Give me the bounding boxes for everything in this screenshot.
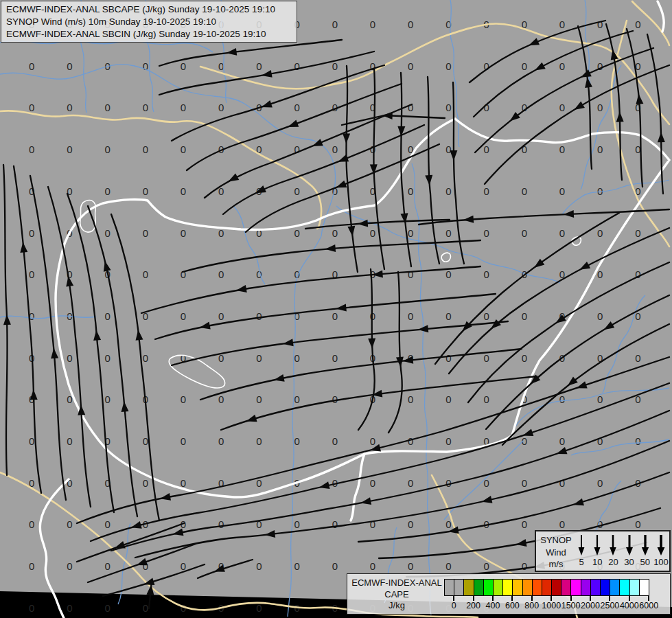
field-value-label: 0: [522, 477, 527, 489]
field-value-label: 0: [181, 60, 186, 72]
field-value-label: 0: [256, 393, 262, 405]
field-value-label: 0: [294, 60, 299, 72]
down-arrow-icon: [576, 533, 587, 556]
field-value-label: 0: [522, 352, 527, 364]
wind-speed-label: 10: [589, 557, 605, 567]
field-value-label: 0: [104, 185, 110, 197]
cape-swatch: [474, 579, 484, 596]
wind-speed-label: 5: [573, 557, 590, 567]
field-value-label: 0: [29, 227, 34, 239]
field-value-label: 0: [181, 310, 186, 322]
field-value-label: 0: [332, 560, 338, 572]
field-value-label: 0: [445, 310, 451, 322]
field-value-label: 0: [522, 560, 527, 572]
field-value-label: 0: [408, 185, 413, 197]
field-value-label: 0: [218, 435, 224, 447]
title-line-sbcape: ECMWF-INDEX-ANAL SBCAPE (J/kg) Sunday 19…: [6, 3, 292, 16]
field-value-label: 0: [104, 144, 110, 155]
field-value-label: 0: [408, 393, 413, 405]
field-value-label: 0: [67, 144, 72, 155]
field-value-label: 0: [370, 435, 375, 447]
field-value-label: 0: [522, 185, 527, 197]
cape-swatch: [463, 579, 474, 596]
cape-swatch: [512, 579, 522, 596]
field-value-label: 0: [294, 227, 299, 239]
field-value-label: 0: [559, 19, 565, 30]
field-value-label: 0: [559, 60, 565, 72]
field-value-label: 0: [370, 19, 375, 30]
field-value-label: 0: [559, 102, 565, 113]
field-value-label: 0: [445, 102, 451, 113]
field-value-label: 0: [181, 560, 186, 572]
field-value-label: 0: [104, 602, 110, 614]
field-value-label: 0: [597, 185, 603, 197]
field-value-label: 0: [597, 268, 603, 280]
field-value-label: 0: [445, 435, 451, 447]
wind-speed-column: 30: [621, 533, 638, 567]
field-value-label: 0: [67, 102, 72, 113]
field-value-label: 0: [635, 518, 640, 530]
field-value-label: 0: [445, 352, 451, 364]
cape-swatch: [561, 579, 571, 596]
cape-legend-label: ECMWF-INDEX-ANAL CAPE J/kg: [351, 577, 442, 612]
field-value-label: 0: [256, 560, 262, 572]
field-value-label: 0: [559, 185, 565, 197]
field-value-label: 0: [332, 144, 338, 155]
cape-tick: [511, 596, 513, 601]
field-value-label: 0: [445, 560, 451, 572]
cape-tick: [453, 596, 454, 601]
field-value-label: 0: [104, 518, 110, 530]
field-value-label: 0: [635, 227, 640, 239]
field-value-label: 0: [143, 435, 148, 447]
field-value-label: 0: [597, 60, 603, 72]
field-value-label: 0: [559, 518, 565, 530]
field-value-label: 0: [408, 477, 413, 489]
field-value-label: 0: [294, 435, 299, 447]
field-value-label: 0: [256, 352, 262, 364]
cape-tick: [492, 596, 494, 601]
field-value-label: 0: [559, 477, 565, 489]
field-value-label: 0: [29, 518, 34, 530]
field-value-label: 0: [256, 60, 262, 72]
field-value-label: 0: [370, 144, 375, 155]
cape-swatch: [502, 579, 513, 596]
field-value-label: 0: [294, 518, 299, 530]
field-value-label: 0: [181, 102, 186, 113]
field-value-label: 0: [483, 185, 489, 197]
cape-swatch: [532, 579, 542, 596]
wind-speed-label: 30: [621, 557, 638, 567]
cape-tick-label: 6000: [633, 601, 664, 610]
field-value-label: 0: [104, 393, 110, 405]
weather-map-screenshot: 0000000000000000000000000000000000000000…: [0, 0, 672, 618]
cape-tick: [531, 596, 533, 601]
cape-tick: [629, 596, 630, 601]
field-value-label: 0: [181, 144, 186, 155]
cape-swatch: [600, 579, 610, 596]
field-value-label: 0: [445, 144, 451, 155]
cape-swatch: [551, 579, 561, 596]
field-value-label: 0: [559, 227, 565, 239]
field-value-label: 0: [104, 352, 110, 364]
title-box: ECMWF-INDEX-ANAL SBCAPE (J/kg) Sunday 19…: [1, 1, 297, 43]
down-arrow-icon: [592, 533, 603, 556]
field-value-label: 0: [483, 477, 489, 489]
cape-tick: [551, 596, 552, 601]
field-value-label: 0: [370, 227, 375, 239]
field-value-label: 0: [597, 19, 603, 30]
field-value-label: 0: [67, 60, 72, 72]
cape-colorbar: [444, 579, 649, 596]
wind-speed-label: 50: [637, 557, 653, 567]
field-value-label: 0: [597, 477, 603, 489]
field-value-label: 0: [559, 393, 565, 405]
field-value-label: 0: [445, 393, 451, 405]
field-value-label: 0: [483, 227, 489, 239]
field-value-label: 0: [332, 227, 338, 239]
field-value-label: 0: [256, 435, 262, 447]
field-value-label: 0: [29, 144, 34, 155]
map-canvas: 0000000000000000000000000000000000000000…: [0, 0, 672, 618]
wind-speed-column: 5: [573, 533, 590, 567]
field-value-label: 0: [67, 518, 72, 530]
field-value-label: 0: [218, 310, 224, 322]
field-value-label: 0: [597, 310, 603, 322]
field-value-label: 0: [143, 227, 148, 239]
